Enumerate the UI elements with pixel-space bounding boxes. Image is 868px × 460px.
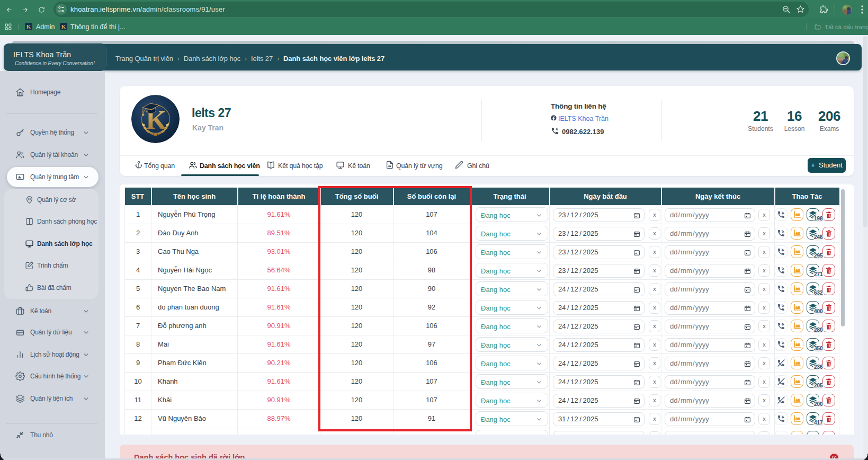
svg-text:K: K [146, 105, 167, 135]
